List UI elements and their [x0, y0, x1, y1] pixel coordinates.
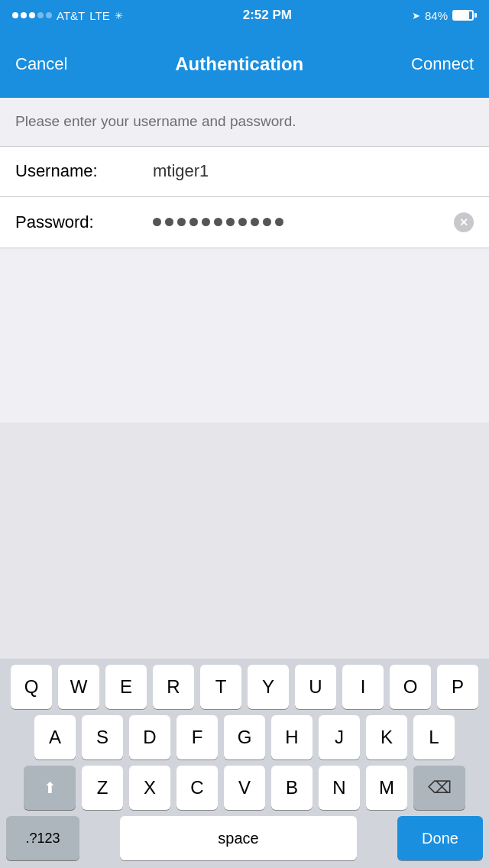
key-a[interactable]: A [34, 715, 76, 760]
key-s[interactable]: S [82, 715, 123, 760]
key-b[interactable]: B [271, 766, 313, 810]
key-z[interactable]: Z [82, 766, 123, 810]
password-dot [189, 218, 198, 226]
signal-icon [12, 12, 52, 18]
network-label: LTE [89, 9, 109, 22]
form-section: Username: mtiger1 Password: ✕ [0, 147, 489, 248]
keyboard: QWERTYUIOP ASDFGHJKL ⬆ ZXCVBNM ⌫ .?123 s… [0, 659, 489, 868]
backspace-icon: ⌫ [428, 778, 452, 798]
instruction-text: Please enter your username and password. [15, 113, 296, 129]
password-dot [226, 218, 235, 226]
battery-percent: 84% [425, 9, 448, 22]
signal-activity-icon: ✳ [115, 10, 123, 21]
keyboard-row-2: ASDFGHJKL [0, 709, 489, 760]
key-m[interactable]: M [366, 766, 407, 810]
password-dot [263, 218, 271, 226]
keyboard-row-1: QWERTYUIOP [0, 659, 489, 709]
status-left: AT&T LTE ✳ [12, 9, 123, 22]
numbers-key[interactable]: .?123 [6, 816, 79, 860]
clear-icon: ✕ [459, 217, 468, 228]
key-w[interactable]: W [58, 665, 99, 709]
battery-icon [452, 10, 477, 21]
instruction-banner: Please enter your username and password. [0, 98, 489, 147]
key-x[interactable]: X [129, 766, 170, 810]
password-label: Password: [15, 212, 153, 232]
password-field[interactable] [153, 218, 446, 226]
cancel-button[interactable]: Cancel [15, 54, 67, 74]
password-dot [214, 218, 222, 226]
page-title: Authentication [175, 53, 303, 75]
connect-button[interactable]: Connect [411, 54, 474, 74]
location-icon: ➤ [412, 10, 420, 21]
key-o[interactable]: O [390, 665, 431, 709]
key-k[interactable]: K [366, 715, 407, 760]
key-q[interactable]: Q [11, 665, 52, 709]
password-dot [177, 218, 186, 226]
key-h[interactable]: H [271, 715, 313, 760]
keyboard-row-3: ⬆ ZXCVBNM ⌫ [0, 760, 489, 810]
key-i[interactable]: I [342, 665, 384, 709]
key-t[interactable]: T [200, 665, 241, 709]
backspace-key[interactable]: ⌫ [413, 766, 465, 810]
key-u[interactable]: U [295, 665, 336, 709]
password-dot [251, 218, 259, 226]
key-p[interactable]: P [437, 665, 478, 709]
time-label: 2:52 PM [243, 8, 292, 23]
empty-area [0, 248, 489, 423]
key-n[interactable]: N [319, 766, 360, 810]
shift-key[interactable]: ⬆ [24, 766, 76, 810]
key-l[interactable]: L [413, 715, 455, 760]
key-f[interactable]: F [176, 715, 218, 760]
key-e[interactable]: E [105, 665, 147, 709]
keyboard-row-bottom: .?123 space Done [0, 810, 489, 868]
carrier-label: AT&T [57, 9, 85, 22]
password-dot [275, 218, 283, 226]
status-right: ➤ 84% [412, 9, 477, 22]
username-value[interactable]: mtiger1 [153, 161, 474, 181]
username-row: Username: mtiger1 [0, 147, 489, 197]
shift-icon: ⬆ [44, 779, 57, 797]
password-dot [202, 218, 210, 226]
key-d[interactable]: D [129, 715, 170, 760]
key-r[interactable]: R [153, 665, 194, 709]
key-c[interactable]: C [176, 766, 218, 810]
key-j[interactable]: J [319, 715, 360, 760]
username-label: Username: [15, 161, 153, 181]
password-dot [238, 218, 247, 226]
clear-password-button[interactable]: ✕ [454, 212, 474, 232]
status-bar: AT&T LTE ✳ 2:52 PM ➤ 84% [0, 0, 489, 31]
key-v[interactable]: V [224, 766, 265, 810]
key-g[interactable]: G [224, 715, 265, 760]
password-dot [165, 218, 173, 226]
done-key[interactable]: Done [397, 816, 483, 860]
nav-bar: Cancel Authentication Connect [0, 31, 489, 98]
key-y[interactable]: Y [248, 665, 289, 709]
numbers-label: .?123 [25, 831, 60, 847]
password-row: Password: ✕ [0, 197, 489, 248]
space-key[interactable]: space [120, 816, 357, 860]
password-dot [153, 218, 161, 226]
space-label: space [218, 830, 258, 847]
done-label: Done [422, 830, 458, 847]
